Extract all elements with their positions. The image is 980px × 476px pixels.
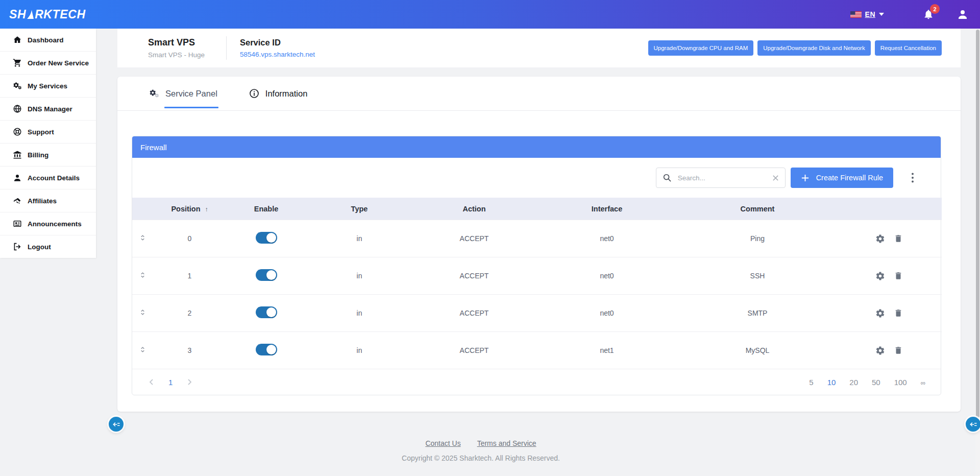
sidebar-item-label: My Services xyxy=(28,82,67,90)
sidebar-item-announcements[interactable]: Announcements xyxy=(0,212,96,235)
contact-us-link[interactable]: Contact Us xyxy=(425,439,460,447)
service-header: Smart VPS Smart VPS - Huge Service ID 58… xyxy=(117,29,961,67)
rule-type: in xyxy=(306,295,413,332)
sidebar-item-label: Affiliates xyxy=(28,197,57,205)
home-icon xyxy=(13,35,22,44)
current-page-number[interactable]: 1 xyxy=(168,378,173,387)
rule-type: in xyxy=(306,332,413,369)
sidebar-item-billing[interactable]: Billing xyxy=(0,144,96,166)
tab-information[interactable]: Information xyxy=(249,77,308,110)
enable-toggle[interactable] xyxy=(256,306,277,318)
bank-icon xyxy=(13,150,22,159)
sidebar-item-label: Account Details xyxy=(28,174,80,182)
enable-toggle[interactable] xyxy=(256,344,277,355)
tab-label: Service Panel xyxy=(165,89,217,99)
page-size-option[interactable]: 20 xyxy=(849,378,858,387)
edit-rule-gear-icon[interactable] xyxy=(875,271,885,281)
gears-tab-icon xyxy=(149,89,159,98)
page-navigation: 1 xyxy=(148,378,193,387)
handshake-icon xyxy=(13,196,22,205)
enable-toggle[interactable] xyxy=(256,232,277,244)
column-drag xyxy=(132,198,153,220)
page-size-option[interactable]: 100 xyxy=(894,378,907,387)
delete-rule-trash-icon[interactable] xyxy=(894,308,903,318)
upgrade-cpu-ram-button[interactable]: Upgrade/Downgrade CPU and RAM xyxy=(648,40,754,56)
logo-text-part1: SH xyxy=(9,8,26,21)
delete-rule-trash-icon[interactable] xyxy=(894,234,903,244)
page-size-option[interactable]: 50 xyxy=(872,378,880,387)
edit-rule-gear-icon[interactable] xyxy=(875,308,885,318)
sidebar-item-dashboard[interactable]: Dashboard xyxy=(0,29,96,52)
table-pagination: 1 5 10 20 50 100 ∞ xyxy=(132,369,941,395)
search-icon xyxy=(663,173,672,182)
enable-toggle[interactable] xyxy=(256,269,277,281)
sidebar-item-my-services[interactable]: My Services xyxy=(0,75,96,98)
previous-page-icon[interactable] xyxy=(148,378,156,386)
search-input[interactable] xyxy=(677,174,767,182)
service-id-block: Service ID 58546.vps.sharktech.net xyxy=(240,38,315,58)
sidebar-item-dns-manager[interactable]: DNS Manager xyxy=(0,98,96,121)
rule-position: 0 xyxy=(153,220,227,257)
sidebar-item-account-details[interactable]: Account Details xyxy=(0,166,96,189)
column-enable[interactable]: Enable xyxy=(227,198,306,220)
column-position[interactable]: Position↑ xyxy=(153,198,227,220)
page-scrollbar xyxy=(975,29,980,476)
collapse-sidebar-button[interactable] xyxy=(109,417,124,432)
scrollbar-thumb[interactable] xyxy=(976,30,979,418)
rule-comment: SSH xyxy=(678,257,837,295)
user-icon xyxy=(13,173,22,182)
create-firewall-rule-button[interactable]: Create Firewall Rule xyxy=(791,168,893,188)
logo-text-part2: RKTECH xyxy=(35,8,85,21)
top-header-bar: SH RKTECH EN xyxy=(0,0,980,29)
firewall-rule-row: 0 in ACCEPT net0 Ping xyxy=(132,220,942,257)
caret-down-icon xyxy=(879,13,884,16)
column-comment[interactable]: Comment xyxy=(678,198,837,220)
edit-rule-gear-icon[interactable] xyxy=(875,234,885,244)
sidebar-item-logout[interactable]: Logout xyxy=(0,235,96,258)
account-menu-button[interactable] xyxy=(957,8,969,20)
sidebar-item-affiliates[interactable]: Affiliates xyxy=(0,189,96,212)
sort-asc-icon: ↑ xyxy=(205,206,208,213)
column-interface[interactable]: Interface xyxy=(535,198,678,220)
language-selector[interactable]: EN xyxy=(850,10,884,18)
page-size-option-infinity[interactable]: ∞ xyxy=(921,379,925,387)
delete-rule-trash-icon[interactable] xyxy=(894,271,903,281)
next-page-icon[interactable] xyxy=(185,378,193,386)
collapse-left-icon xyxy=(969,420,978,429)
request-cancellation-button[interactable]: Request Cancellation xyxy=(875,40,942,56)
service-hostname-link[interactable]: 58546.vps.sharktech.net xyxy=(240,51,315,58)
clear-search-icon[interactable] xyxy=(772,175,779,181)
sidebar-item-label: Announcements xyxy=(28,220,82,228)
drag-handle-icon[interactable] xyxy=(139,308,146,316)
column-type[interactable]: Type xyxy=(306,198,413,220)
sharktech-logo[interactable]: SH RKTECH xyxy=(9,8,86,21)
firewall-panel: Firewall Create Firewall Rule xyxy=(132,136,941,395)
cart-icon xyxy=(13,58,22,67)
terms-and-service-link[interactable]: Terms and Service xyxy=(477,439,536,447)
sidebar-item-support[interactable]: Support xyxy=(0,121,96,144)
drag-handle-icon[interactable] xyxy=(139,271,146,279)
rule-type: in xyxy=(306,257,413,295)
language-code: EN xyxy=(865,10,875,18)
column-action[interactable]: Action xyxy=(413,198,535,220)
page-size-option[interactable]: 5 xyxy=(809,378,813,387)
firewall-toolbar: Create Firewall Rule xyxy=(132,158,941,198)
copyright-text: Copyright © 2025 Sharktech. All Rights R… xyxy=(0,454,962,462)
tab-service-panel[interactable]: Service Panel xyxy=(149,77,217,110)
sidebar-item-order-new-service[interactable]: Order New Service xyxy=(0,52,96,75)
upgrade-disk-network-button[interactable]: Upgrade/Downgrade Disk and Network xyxy=(757,40,870,56)
rule-comment: MySQL xyxy=(678,332,837,369)
collapse-panel-button[interactable] xyxy=(966,417,980,432)
rule-interface: net0 xyxy=(535,257,678,295)
gears-icon xyxy=(13,81,22,90)
drag-handle-icon[interactable] xyxy=(139,346,146,353)
edit-rule-gear-icon[interactable] xyxy=(875,346,885,355)
notifications-button[interactable]: 2 xyxy=(923,8,934,20)
page-size-option-active[interactable]: 10 xyxy=(827,378,836,387)
kebab-menu-icon[interactable] xyxy=(909,170,916,185)
delete-rule-trash-icon[interactable] xyxy=(894,346,903,355)
collapse-left-icon xyxy=(112,420,121,429)
us-flag-icon xyxy=(850,11,862,18)
rule-interface: net1 xyxy=(535,332,678,369)
drag-handle-icon[interactable] xyxy=(139,234,146,242)
